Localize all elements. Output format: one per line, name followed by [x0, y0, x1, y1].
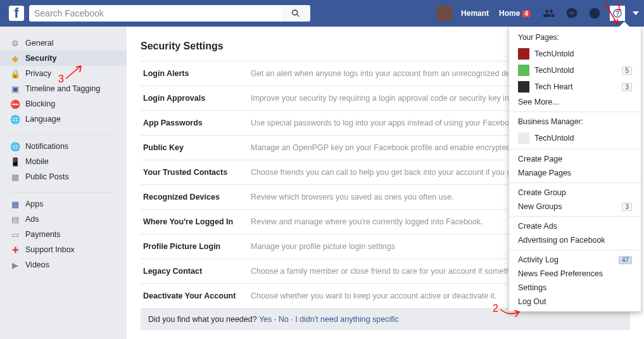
dd-see-more[interactable]: See More...	[509, 95, 641, 109]
messages-icon[interactable]	[565, 7, 578, 20]
sidebar-item-security[interactable]: ◆Security	[0, 51, 127, 66]
search-input[interactable]	[29, 5, 281, 22]
left-nav: ⚙General◆Security🔒Privacy▣Timeline and T…	[0, 27, 127, 339]
dd-item-manage-pages[interactable]: Manage Pages	[509, 166, 641, 180]
dd-item-label: Settings	[518, 283, 546, 292]
sidebar-item-label: Blocking	[25, 99, 55, 108]
friend-requests-icon[interactable]	[543, 7, 555, 20]
dd-see-more-label: See More...	[518, 98, 559, 106]
sidebar-item-label: Mobile	[25, 157, 49, 166]
help-icon[interactable]	[610, 6, 625, 21]
privacy-icon: 🔒	[10, 68, 20, 79]
public-posts-icon: ▦	[10, 172, 20, 182]
sidebar-item-label: Support Inbox	[25, 245, 75, 254]
dd-item-tech-heart[interactable]: Tech Heart3	[509, 79, 641, 95]
sidebar-item-support-inbox[interactable]: ✚Support Inbox	[0, 242, 127, 257]
settings-row-label: Login Approvals	[143, 94, 251, 103]
dd-item-label: New Groups	[518, 202, 562, 211]
dd-item-create-ads[interactable]: Create Ads	[509, 219, 641, 233]
sidebar-item-label: Timeline and Tagging	[25, 84, 100, 93]
dd-item-techuntold[interactable]: TechUntold	[509, 130, 641, 146]
settings-row-label: Your Trusted Contacts	[143, 168, 251, 177]
sidebar-item-payments[interactable]: ▭Payments	[0, 227, 127, 242]
sidebar-item-label: Language	[25, 115, 61, 124]
dd-item-label: Create Page	[518, 155, 562, 163]
dd-item-techuntold[interactable]: TechUntold5	[509, 62, 641, 79]
apps-icon: ▦	[10, 199, 20, 209]
notifications-icon: 🌐	[10, 141, 20, 151]
dd-count-badge: 3	[622, 83, 632, 91]
feedback-text: Did you find what you needed?	[148, 315, 259, 324]
ads-icon: ▤	[10, 214, 20, 224]
topbar: f Hemant Home 4	[0, 0, 644, 27]
facebook-logo[interactable]: f	[9, 6, 24, 21]
nav-divider	[10, 192, 117, 193]
sidebar-item-label: General	[25, 39, 53, 48]
dd-item-label: Manage Pages	[518, 169, 571, 177]
topbar-right: Hemant Home 4	[437, 6, 639, 21]
dd-separator	[509, 216, 641, 217]
blocking-icon: ⛔	[10, 99, 20, 109]
mobile-icon: 📱	[10, 157, 20, 167]
profile-link[interactable]: Hemant	[456, 9, 494, 18]
sidebar-item-apps[interactable]: ▦Apps	[0, 196, 127, 212]
dd-your-pages-label: Your Pages:	[509, 30, 641, 46]
page-thumb-icon	[518, 132, 529, 144]
dd-item-label: Log Out	[518, 297, 546, 306]
feedback-na[interactable]: I didn't need anything specific	[295, 315, 399, 324]
dd-count-badge: 5	[622, 67, 632, 75]
dd-item-activity-log[interactable]: Activity Log47	[509, 253, 641, 267]
sidebar-item-blocking[interactable]: ⛔Blocking	[0, 96, 127, 112]
dd-item-techuntold[interactable]: TechUntold	[509, 46, 641, 62]
security-icon: ◆	[10, 53, 20, 63]
sidebar-item-label: Ads	[25, 215, 39, 224]
feedback-no[interactable]: No	[279, 315, 289, 324]
settings-row-label: App Passwords	[143, 118, 251, 127]
search-icon	[291, 9, 300, 18]
dd-item-label: TechUntold	[534, 66, 574, 75]
sidebar-item-timeline-and-tagging[interactable]: ▣Timeline and Tagging	[0, 81, 127, 96]
videos-icon: ▶	[10, 260, 20, 270]
sidebar-item-notifications[interactable]: 🌐Notifications	[0, 139, 127, 154]
account-menu-toggle[interactable]	[633, 11, 639, 15]
account-dropdown: Your Pages: TechUntoldTechUntold5Tech He…	[508, 27, 641, 312]
settings-row-label: Public Key	[143, 143, 251, 152]
sidebar-item-mobile[interactable]: 📱Mobile	[0, 154, 127, 169]
dd-item-advertising-on-facebook[interactable]: Advertising on Facebook	[509, 233, 641, 247]
dd-separator	[509, 112, 641, 112]
sidebar-item-public-posts[interactable]: ▦Public Posts	[0, 169, 127, 184]
settings-row-label: Deactivate Your Account	[143, 291, 251, 300]
sidebar-item-language[interactable]: 🌐Language	[0, 112, 127, 127]
question-icon	[612, 8, 622, 18]
dd-item-label: Advertising on Facebook	[518, 236, 605, 245]
top-icons	[543, 7, 601, 20]
settings-row-label: Profile Picture Login	[143, 242, 251, 251]
dd-item-create-page[interactable]: Create Page	[509, 152, 641, 166]
dd-item-news-feed-preferences[interactable]: News Feed Preferences	[509, 267, 641, 281]
settings-row-label: Legacy Contact	[143, 267, 251, 276]
dd-item-create-group[interactable]: Create Group	[509, 186, 641, 200]
notifications-icon[interactable]	[588, 7, 601, 20]
sidebar-item-general[interactable]: ⚙General	[0, 35, 127, 51]
settings-row-label: Where You're Logged In	[143, 217, 251, 226]
home-link[interactable]: Home 4	[494, 9, 535, 18]
page-thumb-icon	[518, 48, 529, 60]
settings-row-label: Recognized Devices	[143, 193, 251, 201]
dd-item-label: TechUntold	[534, 49, 574, 58]
general-icon: ⚙	[10, 38, 20, 48]
sidebar-item-videos[interactable]: ▶Videos	[0, 257, 127, 272]
avatar[interactable]	[437, 6, 452, 21]
search-button[interactable]	[281, 5, 310, 22]
dd-separator	[509, 182, 641, 183]
dd-item-label: Tech Heart	[534, 82, 572, 91]
sidebar-item-privacy[interactable]: 🔒Privacy	[0, 66, 127, 81]
dd-item-label: Activity Log	[518, 255, 559, 264]
sidebar-item-label: Public Posts	[25, 172, 69, 181]
dd-item-settings[interactable]: Settings	[509, 281, 641, 295]
sidebar-item-label: Payments	[25, 230, 61, 239]
dd-item-log-out[interactable]: Log Out	[509, 295, 641, 309]
sidebar-item-label: Notifications	[25, 142, 68, 151]
sidebar-item-ads[interactable]: ▤Ads	[0, 212, 127, 227]
feedback-yes[interactable]: Yes	[259, 315, 272, 324]
dd-item-new-groups[interactable]: New Groups3	[509, 200, 641, 214]
